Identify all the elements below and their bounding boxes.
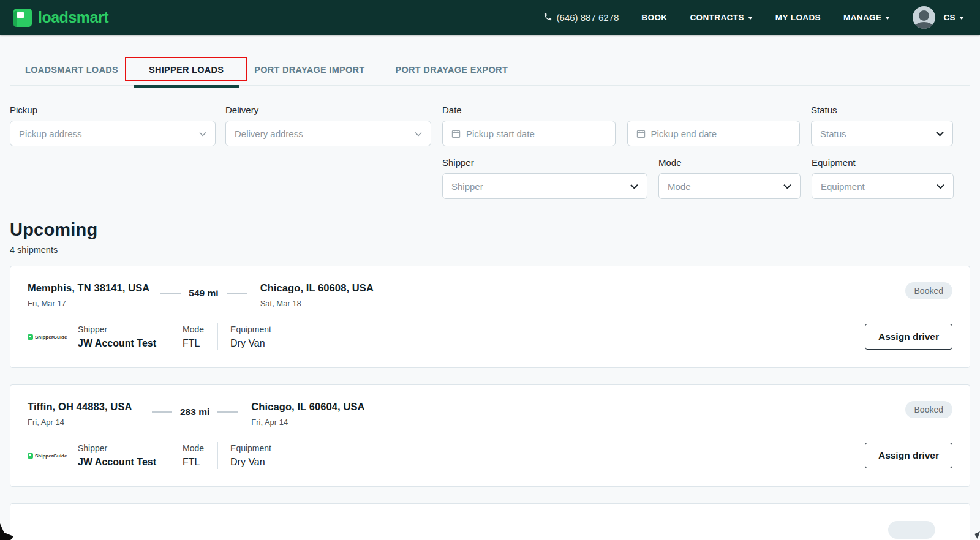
- tab-loadsmart-loads-label: LOADSMART LOADS: [25, 65, 118, 75]
- pickup-start-date-input[interactable]: Pickup start date: [442, 121, 616, 146]
- route-line-right: [227, 293, 247, 294]
- nav-item-my-loads-label: MY LOADS: [775, 13, 821, 22]
- mode-placeholder: Mode: [668, 181, 783, 192]
- chevron-down-icon: [415, 129, 422, 138]
- detail-divider: [170, 442, 170, 469]
- status-badge: [888, 521, 935, 539]
- loadsmart-logo[interactable]: loadsmart: [13, 9, 108, 27]
- status-select[interactable]: Status: [811, 121, 953, 146]
- mode-filter-label: Mode: [658, 157, 801, 168]
- user-avatar[interactable]: [913, 6, 935, 29]
- assign-driver-button[interactable]: Assign driver: [865, 324, 952, 350]
- route-summary: Tiffin, OH 44883, USA Fri, Apr 14 283 mi…: [28, 401, 365, 427]
- chevron-down-icon: [936, 129, 944, 138]
- nav-item-contracts-label: CONTRACTS: [690, 13, 744, 22]
- nav-item-manage[interactable]: MANAGE: [843, 13, 890, 22]
- shipperguide-logo-text: ShipperGuide: [35, 453, 67, 459]
- assign-driver-button[interactable]: Assign driver: [865, 443, 952, 468]
- tab-port-drayage-import[interactable]: PORT DRAYAGE IMPORT: [239, 53, 380, 86]
- tab-shipper-loads[interactable]: SHIPPER LOADS: [134, 53, 239, 86]
- equipment-placeholder: Equipment: [821, 181, 937, 192]
- route-line-right: [217, 411, 238, 413]
- tab-port-drayage-export[interactable]: PORT DRAYAGE EXPORT: [380, 53, 524, 86]
- user-initials: CS: [943, 13, 956, 22]
- user-initials-menu[interactable]: CS: [943, 13, 964, 22]
- nav-item-book-label: BOOK: [641, 13, 667, 22]
- chevron-down-icon: [748, 17, 753, 20]
- shipperguide-logo-icon: [28, 334, 33, 340]
- shipment-count: 4 shipments: [10, 245, 970, 255]
- mode-label: Mode: [183, 324, 204, 334]
- shipper-label: Shipper: [78, 443, 156, 453]
- delivery-filter-label: Delivery: [225, 105, 431, 115]
- filters-panel: Pickup Pickup address Delivery Delivery …: [0, 88, 980, 199]
- mode-select[interactable]: Mode: [658, 173, 801, 199]
- tab-port-drayage-export-label: PORT DRAYAGE EXPORT: [396, 65, 508, 75]
- pickup-address-select[interactable]: Pickup address: [10, 121, 216, 146]
- pickup-address-placeholder: Pickup address: [19, 129, 199, 139]
- nav-links: (646) 887 6278 BOOK CONTRACTS MY LOADS M…: [543, 6, 964, 29]
- date-filter-label: Date: [442, 105, 800, 115]
- origin-stop: Tiffin, OH 44883, USA Fri, Apr 14: [28, 401, 141, 427]
- destination-date: Sat, Mar 18: [260, 299, 374, 308]
- load-card-partial: [10, 503, 970, 540]
- equipment-label: Equipment: [230, 443, 271, 453]
- destination-city: Chicago, IL 60604, USA: [251, 401, 364, 413]
- shipperguide-logo-icon: [28, 453, 33, 459]
- chevron-down-icon: [959, 17, 964, 20]
- chevron-down-icon: [199, 129, 206, 138]
- pickup-filter-label: Pickup: [10, 105, 216, 115]
- pickup-end-date-input[interactable]: Pickup end date: [627, 121, 801, 146]
- chevron-down-icon: [885, 17, 890, 20]
- nav-item-my-loads[interactable]: MY LOADS: [775, 13, 821, 22]
- shipperguide-logo-text: ShipperGuide: [35, 334, 67, 340]
- equipment-value: Dry Van: [230, 457, 271, 468]
- mode-value: FTL: [183, 457, 204, 468]
- shipper-filter-label: Shipper: [442, 157, 647, 168]
- equipment-value: Dry Van: [230, 338, 271, 349]
- route-distance: 283 mi: [152, 407, 238, 418]
- load-card: Tiffin, OH 44883, USA Fri, Apr 14 283 mi…: [10, 384, 970, 487]
- route-distance: 549 mi: [160, 288, 246, 299]
- tab-port-drayage-import-label: PORT DRAYAGE IMPORT: [254, 65, 364, 75]
- shipper-detail: Shipper JW Account Test: [78, 443, 156, 468]
- delivery-address-select[interactable]: Delivery address: [225, 121, 431, 146]
- chevron-down-icon: [937, 182, 944, 191]
- destination-stop: Chicago, IL 60604, USA Fri, Apr 14: [251, 401, 364, 427]
- top-navigation-bar: loadsmart (646) 887 6278 BOOK CONTRACTS …: [0, 0, 980, 35]
- distance-value: 549 mi: [189, 288, 218, 299]
- page-title: Upcoming: [10, 220, 970, 240]
- tab-loadsmart-loads[interactable]: LOADSMART LOADS: [10, 53, 134, 86]
- destination-date: Fri, Apr 14: [251, 418, 364, 427]
- nav-item-contracts[interactable]: CONTRACTS: [690, 13, 752, 22]
- route-line-left: [160, 293, 181, 294]
- mode-detail: Mode FTL: [183, 443, 204, 468]
- user-menu[interactable]: CS: [913, 6, 964, 29]
- shipper-placeholder: Shipper: [451, 181, 630, 192]
- detail-divider: [217, 442, 218, 469]
- loadsmart-logo-text: loadsmart: [38, 9, 108, 26]
- status-placeholder: Status: [820, 129, 936, 139]
- route-summary: Memphis, TN 38141, USA Fri, Mar 17 549 m…: [28, 282, 374, 308]
- destination-stop: Chicago, IL 60608, USA Sat, Mar 18: [260, 282, 374, 308]
- detail-divider: [217, 323, 218, 350]
- phone-number[interactable]: (646) 887 6278: [543, 12, 619, 23]
- tab-shipper-loads-label: SHIPPER LOADS: [149, 65, 224, 75]
- shipper-detail: Shipper JW Account Test: [78, 324, 156, 349]
- nav-item-book[interactable]: BOOK: [641, 13, 667, 22]
- origin-date: Fri, Mar 17: [28, 299, 149, 308]
- destination-city: Chicago, IL 60608, USA: [260, 282, 374, 294]
- shipper-value: JW Account Test: [78, 457, 156, 468]
- calendar-icon: [451, 129, 461, 138]
- chevron-down-icon: [783, 182, 791, 191]
- delivery-address-placeholder: Delivery address: [235, 129, 415, 139]
- equipment-select[interactable]: Equipment: [812, 173, 954, 199]
- shipper-value: JW Account Test: [78, 338, 156, 349]
- calendar-icon: [636, 129, 646, 138]
- origin-stop: Memphis, TN 38141, USA Fri, Mar 17: [28, 282, 149, 308]
- mode-label: Mode: [183, 443, 204, 453]
- mode-detail: Mode FTL: [183, 324, 204, 349]
- shipper-select[interactable]: Shipper: [442, 173, 647, 199]
- status-filter-label: Status: [811, 105, 953, 115]
- status-badge: Booked: [905, 401, 952, 418]
